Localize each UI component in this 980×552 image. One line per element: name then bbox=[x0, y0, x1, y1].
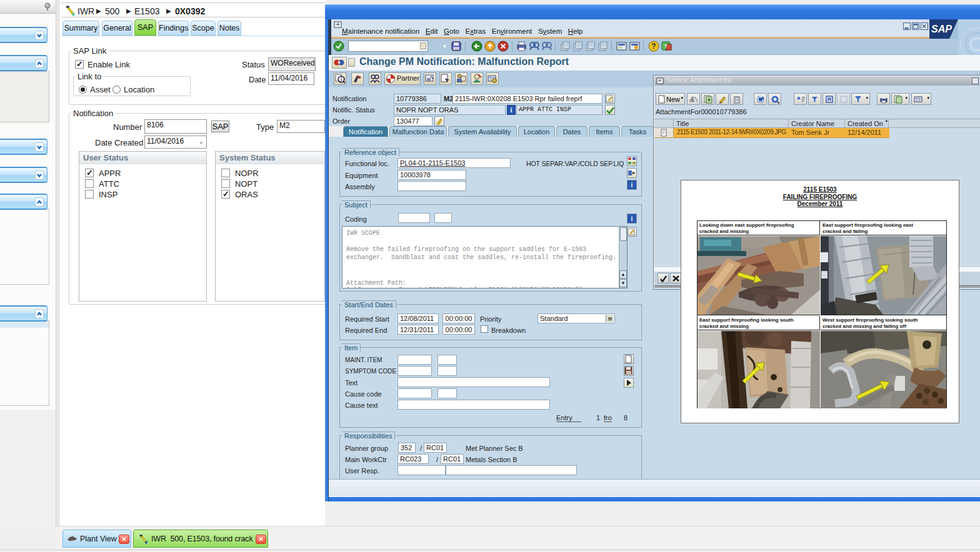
svg-text:?: ? bbox=[664, 43, 668, 49]
svg-text:?: ? bbox=[651, 42, 656, 51]
svg-text:&: & bbox=[690, 96, 694, 103]
